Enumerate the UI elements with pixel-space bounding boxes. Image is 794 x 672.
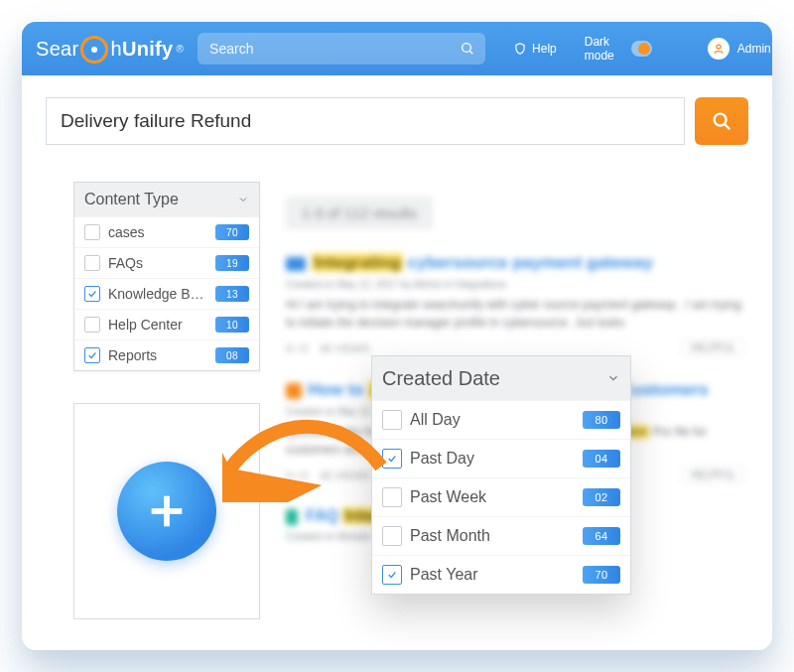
facet-item-all-day[interactable]: All Day 80 xyxy=(372,400,630,439)
helpful-button[interactable]: HELPFUL xyxy=(682,339,744,356)
search-button[interactable] xyxy=(695,97,748,145)
add-facet-button[interactable] xyxy=(117,462,216,561)
result-title: Integrating cybersource payment gateway xyxy=(286,253,744,273)
toggle-knob xyxy=(638,43,650,55)
checkbox[interactable] xyxy=(84,347,100,363)
chevron-down-icon xyxy=(606,371,620,385)
facet-label: Past Month xyxy=(410,527,575,545)
view-count: 40 VIEWS xyxy=(320,470,370,481)
search-bar: Delivery failure Refund xyxy=(46,97,748,145)
checkbox[interactable] xyxy=(382,565,402,585)
top-search-input[interactable] xyxy=(207,40,460,58)
count-badge: 08 xyxy=(215,347,249,363)
help-label: Help xyxy=(532,42,557,56)
add-facet-panel[interactable] xyxy=(73,403,260,619)
checkbox[interactable] xyxy=(382,410,402,430)
count-badge: 02 xyxy=(583,488,620,506)
facet-item-reports[interactable]: Reports 08 xyxy=(74,339,259,370)
checkbox[interactable] xyxy=(382,487,402,507)
view-count: 40 VIEWS xyxy=(320,342,370,354)
help-link[interactable]: Help xyxy=(513,42,557,56)
person-icon xyxy=(713,43,725,55)
svg-point-2 xyxy=(717,45,721,49)
facet-label: Help Center xyxy=(108,317,207,333)
result-snippet: Hi I am trying to integrate searchunify … xyxy=(286,296,744,332)
source-icon xyxy=(286,383,302,399)
facet-label: FAQs xyxy=(108,255,207,271)
facet-title: Created Date xyxy=(382,367,500,390)
count-badge: 10 xyxy=(215,317,249,333)
result-meta: Created on May 12, 2017 by Admin in Inte… xyxy=(286,279,744,290)
checkbox[interactable] xyxy=(84,286,100,302)
facet-title: Content Type xyxy=(84,191,179,208)
facet-header[interactable]: Content Type xyxy=(74,183,259,216)
highlight: Integrating xyxy=(312,253,403,272)
vote-count: 0 • 0 xyxy=(286,342,308,354)
facet-label: cases xyxy=(108,224,207,240)
checkbox[interactable] xyxy=(84,224,100,240)
check-icon xyxy=(387,570,397,580)
count-badge: 19 xyxy=(215,255,249,271)
search-icon xyxy=(460,41,475,57)
check-icon xyxy=(87,289,97,299)
avatar xyxy=(708,38,729,60)
check-icon xyxy=(387,454,397,464)
logo-text-post: Unify xyxy=(122,38,174,61)
facet-item-cases[interactable]: cases 70 xyxy=(74,216,259,247)
app-window: Sear h Unify ® Help Dark mode xyxy=(22,22,772,650)
brand-logo: Sear h Unify ® xyxy=(36,35,184,63)
source-icon xyxy=(286,509,298,525)
source-icon xyxy=(286,257,306,271)
user-menu[interactable]: Admin xyxy=(708,38,772,60)
svg-point-0 xyxy=(463,44,471,53)
darkmode-toggle[interactable]: Dark mode xyxy=(585,35,652,63)
facet-item-knowledge-base[interactable]: Knowledge Base 13 xyxy=(74,278,259,309)
facet-label: All Day xyxy=(410,411,575,429)
checkbox[interactable] xyxy=(84,255,100,271)
search-query-text: Delivery failure Refund xyxy=(61,110,251,132)
facet-item-help-center[interactable]: Help Center 10 xyxy=(74,309,259,339)
search-icon xyxy=(711,110,732,132)
user-name: Admin xyxy=(737,42,771,56)
facet-item-past-year[interactable]: Past Year 70 xyxy=(372,555,630,594)
facet-label: Past Year xyxy=(410,566,575,584)
shield-icon xyxy=(513,42,527,56)
logo-text-mid: h xyxy=(110,38,121,61)
facet-content-type: Content Type cases 70 FAQs 19 Knowledge … xyxy=(73,182,260,371)
svg-line-4 xyxy=(725,124,729,129)
result-item[interactable]: Integrating cybersource payment gateway … xyxy=(286,253,744,356)
facet-item-past-week[interactable]: Past Week 02 xyxy=(372,477,630,516)
count-badge: 70 xyxy=(583,566,620,584)
helpful-button[interactable]: HELPFUL xyxy=(682,467,744,483)
top-search[interactable] xyxy=(198,33,485,65)
svg-point-3 xyxy=(715,114,727,126)
svg-line-1 xyxy=(469,51,472,54)
count-badge: 70 xyxy=(215,224,249,240)
checkbox[interactable] xyxy=(382,526,402,546)
result-footer: 0 • 0 40 VIEWS HELPFUL xyxy=(286,339,744,356)
plus-icon xyxy=(144,488,190,534)
facet-item-past-day[interactable]: Past Day 04 xyxy=(372,439,630,477)
count-badge: 04 xyxy=(583,450,620,468)
facet-created-date: Created Date All Day 80 Past Day 04 Past… xyxy=(371,355,631,595)
top-bar: Sear h Unify ® Help Dark mode xyxy=(22,22,772,75)
facet-label: Knowledge Base xyxy=(108,286,207,302)
toggle-switch[interactable] xyxy=(631,41,651,57)
facet-header[interactable]: Created Date xyxy=(372,356,630,400)
logo-registered-icon: ® xyxy=(176,44,184,55)
chevron-down-icon xyxy=(237,194,249,205)
darkmode-label: Dark mode xyxy=(585,35,624,63)
facet-label: Past Week xyxy=(410,488,575,506)
count-badge: 80 xyxy=(583,411,620,429)
search-query-field[interactable]: Delivery failure Refund xyxy=(46,97,685,145)
facet-item-past-month[interactable]: Past Month 64 xyxy=(372,516,630,555)
count-badge: 13 xyxy=(215,286,249,302)
checkbox[interactable] xyxy=(382,449,402,469)
checkbox[interactable] xyxy=(84,317,100,333)
facet-label: Reports xyxy=(108,347,207,363)
results-count: 1-3 of 112 results xyxy=(286,197,433,229)
vote-count: 0 • 0 xyxy=(286,470,308,481)
facet-label: Past Day xyxy=(410,450,575,468)
check-icon xyxy=(87,350,97,360)
facet-item-faqs[interactable]: FAQs 19 xyxy=(74,247,259,278)
